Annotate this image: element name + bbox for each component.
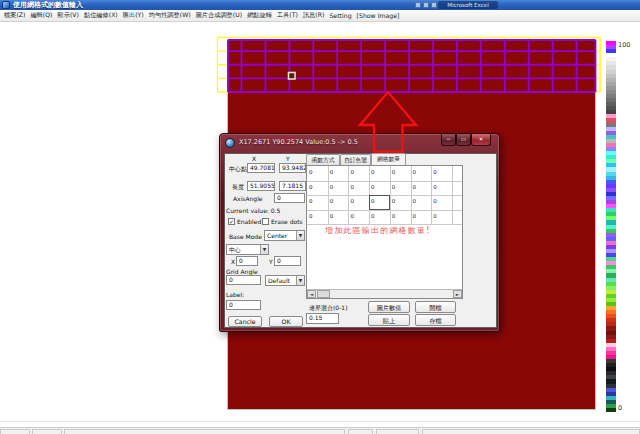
grid-cell[interactable]: 0 — [371, 184, 375, 190]
color-palette-bar[interactable] — [606, 41, 616, 412]
menu-item-5[interactable]: 均勻性調整(W) — [149, 11, 191, 20]
label-input[interactable]: 0 — [226, 300, 261, 310]
menu-item-6[interactable]: 圖片合成調整(U) — [196, 11, 242, 20]
grid-cell[interactable]: 0 — [413, 184, 417, 190]
grid-angle-input[interactable]: 0 — [226, 275, 261, 285]
base-mode-label: Base Mode — [229, 233, 262, 240]
blend-label: 邊界混合(0-1) — [309, 304, 347, 313]
grid-value-dialog: X17.2671 Y90.2574 Value:0.5 -> 0.5 ─ ▭ ✕… — [219, 133, 500, 332]
cancel-button[interactable]: Cancle — [228, 316, 262, 327]
application-window: 使用網格式的數值輸入 Microsoft Excel 檔案(Z)編輯(Q)顯示(… — [0, 0, 640, 434]
enabled-checkbox[interactable]: ✓ — [228, 218, 235, 225]
menu-item-8[interactable]: 工具(T) — [277, 11, 298, 20]
titlebar-icon-2 — [423, 2, 429, 8]
grid-angle-mode-dropdown[interactable]: Default▼ — [265, 275, 305, 286]
dropdown-arrow-icon[interactable]: ▼ — [296, 231, 304, 240]
scrollbar-thumb[interactable] — [317, 290, 330, 298]
scroll-right-icon[interactable]: ► — [453, 290, 462, 298]
grid-cell[interactable]: 0 — [350, 213, 354, 219]
tab-custom-color[interactable]: 自訂色號 — [340, 154, 371, 165]
grid-cell[interactable]: 0 — [392, 184, 396, 190]
grid-cell[interactable]: 0 — [392, 213, 396, 219]
menu-item-3[interactable]: 點位編修(X) — [84, 11, 118, 20]
titlebar-icon-1 — [415, 2, 421, 8]
grid-cell[interactable]: 0 — [433, 198, 437, 204]
grid-cell[interactable]: 0 — [392, 169, 396, 175]
axis-angle-input[interactable]: 0 — [274, 193, 305, 203]
blend-input[interactable]: 0.15 — [306, 313, 339, 324]
tab-function-mode[interactable]: 函數方式 — [306, 154, 340, 165]
center-x-input[interactable]: 49.7081 — [247, 163, 275, 173]
open-file-button[interactable]: 開檔 — [415, 301, 456, 313]
grid-cell[interactable]: 0 — [413, 169, 417, 175]
grid-cell[interactable]: 0 — [433, 169, 437, 175]
grid-cell[interactable]: 0 — [433, 184, 437, 190]
window-title: 使用網格式的數值輸入 — [13, 0, 83, 10]
grid-cell[interactable]: 0 — [413, 213, 417, 219]
dropdown-arrow-icon[interactable]: ▼ — [296, 276, 304, 285]
length-y-input[interactable]: 7.1815 — [279, 181, 306, 191]
grid-cell[interactable]: 0 — [309, 184, 313, 190]
grid-cell[interactable]: 0 — [392, 198, 396, 204]
grid-cell[interactable]: 0 — [330, 213, 334, 219]
image-values-button[interactable]: 圖片數值 — [368, 301, 410, 313]
grid-cell[interactable]: 0 — [309, 213, 313, 219]
colorbar-min-label: 0 — [618, 404, 622, 412]
save-file-button[interactable]: 存檔 — [415, 314, 456, 326]
offset-y-label: Y — [269, 258, 273, 265]
menu-item-10[interactable]: Setting — [329, 12, 351, 19]
dropdown-arrow-icon[interactable]: ▼ — [260, 245, 268, 254]
close-button[interactable]: ✕ — [471, 134, 491, 146]
grid-cell[interactable]: 0 — [309, 198, 313, 204]
grid-cell[interactable]: 0 — [330, 169, 334, 175]
paste-button[interactable]: 貼上 — [368, 314, 410, 326]
ok-button[interactable]: OK — [269, 316, 303, 327]
offset-x-input[interactable]: 0 — [236, 256, 258, 266]
center-y-input[interactable]: 93.9482 — [279, 163, 306, 173]
dialog-icon — [225, 138, 235, 148]
menu-item-11[interactable]: [Show Image] — [357, 12, 400, 19]
status-panel — [376, 429, 419, 434]
base-mode-dropdown[interactable]: Center▼ — [264, 230, 305, 241]
menu-item-1[interactable]: 編輯(Q) — [30, 11, 52, 20]
grid-cell[interactable]: 0 — [350, 169, 354, 175]
maximize-button[interactable]: ▭ — [456, 134, 471, 146]
menu-item-7[interactable]: 網點旋轉 — [247, 11, 272, 20]
grid-cell[interactable]: 0 — [350, 198, 354, 204]
grid-cell[interactable]: 0 — [309, 169, 313, 175]
menu-item-4[interactable]: 匯出(Y) — [123, 11, 144, 20]
grid-cell[interactable]: 0 — [350, 184, 354, 190]
offset-y-input[interactable]: 0 — [274, 256, 301, 266]
scroll-left-icon[interactable]: ◄ — [307, 290, 316, 298]
length-x-input[interactable]: 51.9055 — [247, 181, 275, 191]
palette-color[interactable] — [606, 408, 616, 412]
selected-grid-cell[interactable] — [369, 195, 390, 210]
length-label: 長度 — [232, 183, 244, 192]
horizontal-scrollbar[interactable]: ◄ ► — [307, 289, 462, 298]
grid-angle-mode-value: Default — [268, 277, 290, 284]
erase-dots-checkbox[interactable] — [262, 218, 269, 225]
table-grid-line — [307, 181, 462, 182]
dialog-title: X17.2671 Y90.2574 Value:0.5 -> 0.5 — [239, 138, 358, 146]
tab-grid-count[interactable]: 網格數量 — [371, 153, 406, 165]
app-icon — [2, 1, 10, 9]
menu-item-2[interactable]: 顯示(V) — [58, 11, 79, 20]
grid-cell[interactable]: 0 — [371, 213, 375, 219]
grid-count-table[interactable]: 增加此區輸出的網格數量! ◄ ► 00000000000000000000000… — [306, 165, 463, 299]
grid-hint-text: 增加此區輸出的網格數量! — [325, 225, 431, 236]
status-panel — [422, 429, 640, 434]
minimize-button[interactable]: ─ — [441, 134, 456, 146]
grid-cell[interactable]: 0 — [433, 213, 437, 219]
title-bar: 使用網格式的數值輸入 Microsoft Excel — [0, 0, 640, 10]
enabled-label: Enabled — [237, 218, 261, 225]
column-header-x: X — [252, 155, 256, 162]
menu-item-9[interactable]: 訊息(R) — [303, 11, 325, 20]
menu-item-0[interactable]: 檔案(Z) — [4, 11, 25, 20]
grid-cell[interactable]: 0 — [330, 184, 334, 190]
titlebar-icon-3 — [431, 2, 437, 8]
grid-cell[interactable]: 0 — [371, 169, 375, 175]
anchor-dropdown[interactable]: 中心▼ — [226, 244, 269, 255]
grid-cell[interactable]: 0 — [413, 198, 417, 204]
grid-cell[interactable]: 0 — [330, 198, 334, 204]
label-label: Label: — [226, 291, 244, 298]
